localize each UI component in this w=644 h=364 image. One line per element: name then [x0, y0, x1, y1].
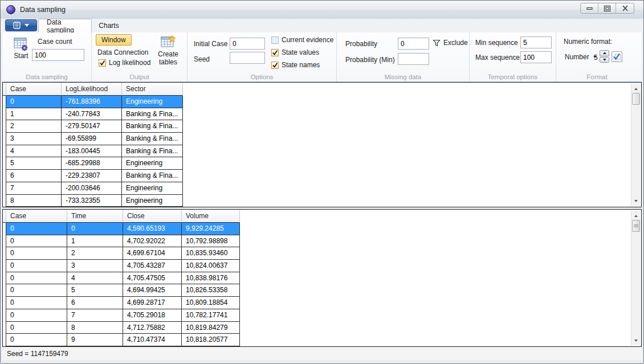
- exclude-button[interactable]: Exclude: [433, 39, 468, 47]
- table-row[interactable]: 084,712.7588210,819.84279: [3, 322, 641, 334]
- table-cell[interactable]: Engineering: [122, 195, 183, 207]
- table-cell[interactable]: 4,705.43287: [123, 260, 182, 272]
- table-cell[interactable]: 4,712.75882: [123, 322, 182, 334]
- table-cell[interactable]: -733.32355: [62, 195, 122, 207]
- table-row[interactable]: 0-761.88396Engineering: [3, 96, 641, 108]
- table-cell[interactable]: Banking & Fina...: [122, 108, 183, 121]
- table-cell[interactable]: Engineering: [122, 182, 183, 195]
- table-cell[interactable]: 4,694.99425: [123, 284, 182, 297]
- table-cell[interactable]: 2: [6, 120, 62, 133]
- table-cell[interactable]: 7: [6, 182, 62, 195]
- table-cell[interactable]: 10,792.98898: [182, 235, 240, 248]
- application-menu-button[interactable]: [5, 19, 37, 31]
- minimize-button[interactable]: [581, 3, 598, 13]
- table-cell[interactable]: 9: [67, 334, 123, 346]
- table-cell[interactable]: Engineering: [122, 96, 183, 108]
- table-cell[interactable]: 0: [6, 260, 67, 272]
- table-cell[interactable]: 10,835.93460: [182, 247, 240, 260]
- tab-data-sampling[interactable]: Data sampling: [38, 19, 92, 32]
- table-row[interactable]: 7-200.03646Engineering: [3, 182, 641, 195]
- start-button[interactable]: Start: [9, 37, 34, 60]
- table-row[interactable]: 8-733.32355Engineering: [3, 195, 641, 207]
- table-row[interactable]: 024,699.6710410,835.93460: [3, 247, 641, 260]
- table-cell[interactable]: 1: [67, 235, 123, 248]
- scrollbar-thumb[interactable]: [632, 220, 640, 232]
- table-cell[interactable]: 4,705.29018: [123, 309, 182, 322]
- column-header-time[interactable]: Time: [67, 210, 123, 223]
- table-cell[interactable]: Banking & Fina...: [122, 133, 183, 145]
- column-header-sector[interactable]: Sector: [122, 83, 183, 96]
- table-cell[interactable]: 0: [6, 297, 67, 309]
- table-row[interactable]: 4-183.00445Banking & Fina...: [3, 145, 641, 158]
- table-cell[interactable]: 0: [6, 223, 67, 235]
- table-row[interactable]: 074,705.2901810,782.17741: [3, 309, 641, 322]
- table-cell[interactable]: 3: [6, 133, 62, 145]
- table-cell[interactable]: 4,699.67104: [123, 247, 182, 260]
- table-cell[interactable]: 10,782.17741: [182, 309, 240, 322]
- case-count-input[interactable]: [32, 49, 84, 61]
- table-cell[interactable]: Banking & Fina...: [122, 120, 183, 133]
- scroll-up-button[interactable]: [631, 211, 641, 220]
- table-row[interactable]: 5-685.29988Engineering: [3, 157, 641, 170]
- table-row[interactable]: 2-279.50147Banking & Fina...: [3, 120, 641, 133]
- current-evidence-checkbox[interactable]: Current evidence: [271, 36, 333, 44]
- table-cell[interactable]: 10,819.84279: [182, 322, 240, 334]
- table-row[interactable]: 3-69.55899Banking & Fina...: [3, 133, 641, 145]
- table-cell[interactable]: 4: [6, 145, 62, 158]
- table-cell[interactable]: 8: [6, 195, 62, 207]
- table-row[interactable]: 1-240.77843Banking & Fina...: [3, 108, 641, 121]
- column-header-volume[interactable]: Volume: [182, 210, 240, 223]
- column-header-loglikelihood[interactable]: LogLikelihood: [62, 83, 122, 96]
- scrollbar-thumb[interactable]: [632, 93, 640, 105]
- table-row[interactable]: 034,705.4328710,824.00637: [3, 260, 641, 272]
- table-cell[interactable]: -200.03646: [62, 182, 122, 195]
- window-toggle-button[interactable]: Window: [96, 34, 132, 46]
- table-cell[interactable]: -279.50147: [62, 120, 122, 133]
- table-cell[interactable]: 0: [6, 272, 67, 285]
- vertical-scrollbar[interactable]: [631, 210, 641, 346]
- initial-case-input[interactable]: [230, 38, 265, 50]
- log-likelihood-checkbox[interactable]: Log likelihood: [99, 59, 150, 67]
- scroll-down-button[interactable]: [631, 336, 641, 345]
- min-sequence-input[interactable]: [520, 36, 552, 48]
- state-names-checkbox[interactable]: State names: [271, 61, 320, 69]
- table-cell[interactable]: 8: [67, 322, 123, 334]
- table-cell[interactable]: 9,929.24285: [182, 223, 240, 235]
- table-row[interactable]: 064,699.2871710,809.18854: [3, 297, 641, 309]
- table-cell[interactable]: 10,824.00637: [182, 260, 240, 272]
- table-cell[interactable]: 0: [6, 322, 67, 334]
- table-cell[interactable]: 10,826.53358: [182, 284, 240, 297]
- spin-down-button[interactable]: [600, 57, 609, 63]
- table-cell[interactable]: -69.55899: [62, 133, 122, 145]
- table-row[interactable]: 014,702.9202210,792.98898: [3, 235, 641, 248]
- close-button[interactable]: [616, 3, 634, 13]
- table-cell[interactable]: 7: [67, 309, 123, 322]
- table-row[interactable]: 044,705.4750510,838.98176: [3, 272, 641, 285]
- table-cell[interactable]: 0: [6, 235, 67, 248]
- max-sequence-input[interactable]: [520, 51, 552, 63]
- table-row[interactable]: 6-229.23807Banking & Fina...: [3, 170, 641, 182]
- table-cell[interactable]: 4,702.92022: [123, 235, 182, 248]
- table-cell[interactable]: 5: [67, 284, 123, 297]
- state-values-checkbox[interactable]: State values: [271, 48, 319, 56]
- seed-input[interactable]: [230, 52, 265, 64]
- table-cell[interactable]: 3: [67, 260, 123, 272]
- table-cell[interactable]: 10,818.20577: [182, 334, 240, 346]
- table-row[interactable]: 004,590.651939,929.24285: [3, 223, 641, 235]
- vertical-scrollbar[interactable]: [631, 83, 641, 206]
- data-connection-button[interactable]: Data Connection: [97, 48, 148, 56]
- table-cell[interactable]: 10,809.18854: [182, 297, 240, 309]
- table-cell[interactable]: 0: [67, 223, 123, 235]
- create-tables-button[interactable]: Create tables: [153, 35, 183, 66]
- table-cell[interactable]: 1: [6, 108, 62, 121]
- table-row[interactable]: 094,710.4737410,818.20577: [3, 334, 641, 346]
- table-cell[interactable]: Engineering: [122, 157, 183, 170]
- scroll-up-button[interactable]: [631, 84, 641, 93]
- table-cell[interactable]: 0: [6, 284, 67, 297]
- table-cell[interactable]: Banking & Fina...: [122, 170, 183, 182]
- table-cell[interactable]: 4,590.65193: [123, 223, 182, 235]
- numeric-format-dropdown[interactable]: Number: [565, 53, 597, 61]
- table-cell[interactable]: 5: [6, 157, 62, 170]
- apply-format-button[interactable]: [612, 51, 622, 62]
- table-cell[interactable]: 0: [6, 334, 67, 346]
